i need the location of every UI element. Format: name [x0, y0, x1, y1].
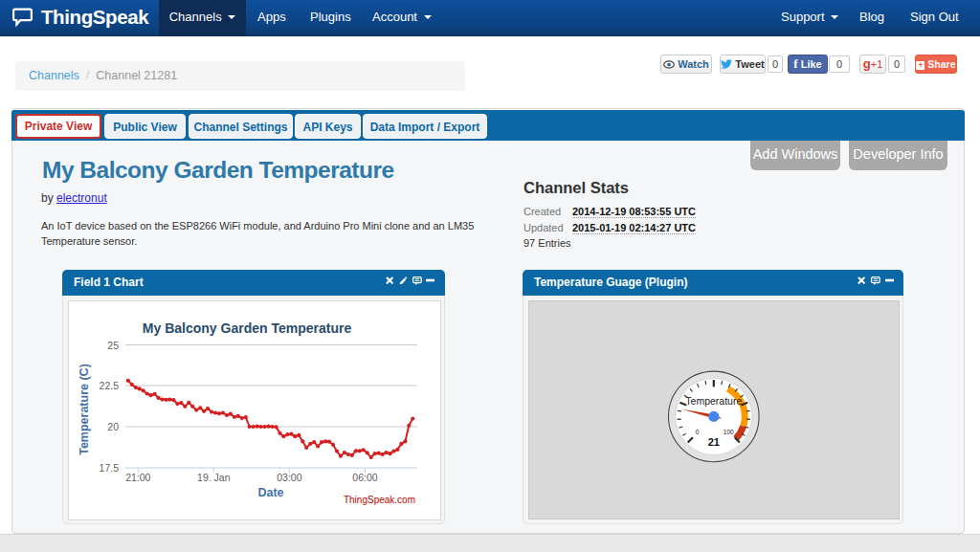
svg-text:My Balcony Garden Temperature: My Balcony Garden Temperature [143, 320, 352, 336]
svg-text:19. Jan: 19. Jan [197, 472, 231, 483]
svg-text:21:00: 21:00 [125, 472, 150, 483]
svg-text:100: 100 [724, 429, 734, 435]
svg-text:0: 0 [696, 429, 700, 435]
svg-text:Temperature: Temperature [685, 395, 742, 407]
svg-text:ThingSpeak.com: ThingSpeak.com [344, 495, 415, 505]
svg-text:17.5: 17.5 [100, 462, 120, 474]
svg-text:20: 20 [107, 421, 119, 432]
svg-text:22.5: 22.5 [100, 380, 120, 391]
svg-text:06:00: 06:00 [352, 472, 377, 483]
svg-text:03:00: 03:00 [277, 472, 301, 483]
svg-text:Date: Date [257, 486, 283, 499]
svg-text:Temperature (C): Temperature (C) [78, 364, 91, 455]
svg-text:21: 21 [708, 436, 720, 448]
svg-text:25: 25 [107, 340, 119, 351]
